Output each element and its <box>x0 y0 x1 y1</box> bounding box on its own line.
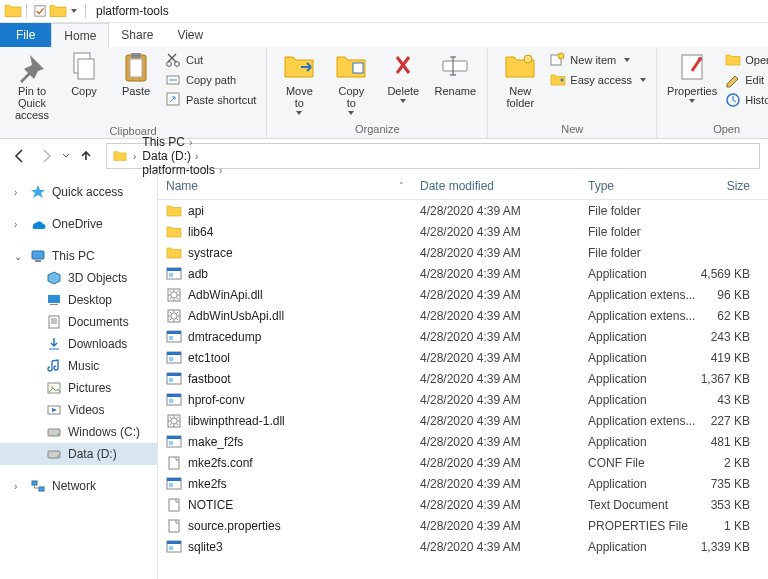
move-to-button[interactable]: Moveto <box>273 49 325 117</box>
copy-path-button[interactable]: Copy path <box>162 71 260 89</box>
properties-button[interactable]: Properties <box>663 49 721 105</box>
file-row[interactable]: NOTICE4/28/2020 4:39 AMText Document353 … <box>158 494 768 515</box>
nav-3d-objects[interactable]: ›3D Objects <box>0 267 157 289</box>
nav-windows-c-[interactable]: ›Windows (C:) <box>0 421 157 443</box>
file-row[interactable]: dmtracedump4/28/2020 4:39 AMApplication2… <box>158 326 768 347</box>
nav-documents[interactable]: ›Documents <box>0 311 157 333</box>
history-button[interactable]: History <box>721 91 768 109</box>
nav-music[interactable]: ›Music <box>0 355 157 377</box>
3d-icon <box>46 270 62 286</box>
cut-button[interactable]: Cut <box>162 51 260 69</box>
window-title: platform-tools <box>96 4 169 18</box>
nav-downloads[interactable]: ›Downloads <box>0 333 157 355</box>
nav-forward-button[interactable] <box>34 144 58 168</box>
copy-button[interactable]: Copy <box>58 49 110 99</box>
file-type: Application extens... <box>580 414 700 428</box>
file-row[interactable]: libwinpthread-1.dll4/28/2020 4:39 AMAppl… <box>158 410 768 431</box>
file-name: sqlite3 <box>188 540 223 554</box>
column-type[interactable]: Type <box>580 179 700 193</box>
easy-access-button[interactable]: Easy access <box>546 71 650 89</box>
tab-view[interactable]: View <box>165 23 215 47</box>
easy-access-icon <box>550 72 566 88</box>
file-row[interactable]: systrace4/28/2020 4:39 AMFile folder <box>158 242 768 263</box>
vids-icon <box>46 402 62 418</box>
file-type: Application <box>580 477 700 491</box>
file-row[interactable]: AdbWinUsbApi.dll4/28/2020 4:39 AMApplica… <box>158 305 768 326</box>
column-size[interactable]: Size <box>700 179 758 193</box>
disk-icon <box>46 446 62 462</box>
pin-to-quick-access-button[interactable]: Pin to Quickaccess <box>6 49 58 123</box>
column-date[interactable]: Date modified <box>412 179 580 193</box>
file-size: 62 KB <box>700 309 758 323</box>
file-row[interactable]: hprof-conv4/28/2020 4:39 AMApplication43… <box>158 389 768 410</box>
file-row[interactable]: mke2fs4/28/2020 4:39 AMApplication735 KB <box>158 473 768 494</box>
file-row[interactable]: etc1tool4/28/2020 4:39 AMApplication419 … <box>158 347 768 368</box>
file-type: File folder <box>580 246 700 260</box>
file-row[interactable]: mke2fs.conf4/28/2020 4:39 AMCONF File2 K… <box>158 452 768 473</box>
file-row[interactable]: lib644/28/2020 4:39 AMFile folder <box>158 221 768 242</box>
file-row[interactable]: sqlite34/28/2020 4:39 AMApplication1,339… <box>158 536 768 557</box>
new-item-button[interactable]: New item <box>546 51 650 69</box>
file-name: lib64 <box>188 225 213 239</box>
nav-network[interactable]: › Network <box>0 475 157 497</box>
file-size: 419 KB <box>700 351 758 365</box>
nav-recent-dropdown[interactable] <box>60 144 72 168</box>
tab-share[interactable]: Share <box>109 23 165 47</box>
nav-onedrive[interactable]: › OneDrive <box>0 213 157 235</box>
rename-button[interactable]: Rename <box>429 49 481 99</box>
file-row[interactable]: fastboot4/28/2020 4:39 AMApplication1,36… <box>158 368 768 389</box>
crumb-this-pc[interactable]: This PC› <box>140 135 224 149</box>
file-size: 43 KB <box>700 393 758 407</box>
address-bar[interactable]: › This PC›Data (D:)›platform-tools› <box>106 143 760 169</box>
file-type: Text Document <box>580 498 700 512</box>
open-icon <box>725 52 741 68</box>
nav-up-button[interactable] <box>74 144 98 168</box>
column-name[interactable]: Name ˄ <box>158 179 412 193</box>
file-row[interactable]: api4/28/2020 4:39 AMFile folder <box>158 200 768 221</box>
file-date: 4/28/2020 4:39 AM <box>412 519 580 533</box>
file-date: 4/28/2020 4:39 AM <box>412 414 580 428</box>
down-icon <box>46 336 62 352</box>
file-row[interactable]: source.properties4/28/2020 4:39 AMPROPER… <box>158 515 768 536</box>
file-type: Application <box>580 540 700 554</box>
open-button[interactable]: Open <box>721 51 768 69</box>
file-row[interactable]: make_f2fs4/28/2020 4:39 AMApplication481… <box>158 431 768 452</box>
file-name: fastboot <box>188 372 231 386</box>
exe-icon <box>166 392 182 408</box>
star-icon <box>30 184 46 200</box>
svg-rect-36 <box>35 6 45 16</box>
new-folder-button[interactable]: Newfolder <box>494 49 546 111</box>
nav-videos[interactable]: ›Videos <box>0 399 157 421</box>
exe-icon <box>166 539 182 555</box>
file-row[interactable]: adb4/28/2020 4:39 AMApplication4,569 KB <box>158 263 768 284</box>
delete-button[interactable]: Delete <box>377 49 429 105</box>
file-name: mke2fs.conf <box>188 456 253 470</box>
file-type: CONF File <box>580 456 700 470</box>
ribbon-tabs: File Home Share View <box>0 23 768 47</box>
nav-pictures[interactable]: ›Pictures <box>0 377 157 399</box>
tab-home[interactable]: Home <box>51 23 109 48</box>
paste-shortcut-button[interactable]: Paste shortcut <box>162 91 260 109</box>
file-size: 1,339 KB <box>700 540 758 554</box>
nav-data-d-[interactable]: ›Data (D:) <box>0 443 157 465</box>
nav-bar: › This PC›Data (D:)›platform-tools› <box>0 139 768 173</box>
nav-quick-access[interactable]: › Quick access <box>0 181 157 203</box>
qat-dropdown[interactable] <box>71 9 77 13</box>
file-date: 4/28/2020 4:39 AM <box>412 393 580 407</box>
qat-checkbox-icon[interactable] <box>31 2 49 20</box>
tab-file[interactable]: File <box>0 23 51 47</box>
paste-button[interactable]: Paste <box>110 49 162 99</box>
crumb-data-d-[interactable]: Data (D:)› <box>140 149 224 163</box>
copy-to-button[interactable]: Copyto <box>325 49 377 117</box>
file-type: Application <box>580 393 700 407</box>
file-row[interactable]: AdbWinApi.dll4/28/2020 4:39 AMApplicatio… <box>158 284 768 305</box>
folder-icon <box>166 224 182 240</box>
qat-folder-icon[interactable] <box>49 2 67 20</box>
crumb-root-chevron[interactable]: › <box>131 151 138 162</box>
file-date: 4/28/2020 4:39 AM <box>412 204 580 218</box>
edit-button[interactable]: Edit <box>721 71 768 89</box>
nav-back-button[interactable] <box>8 144 32 168</box>
nav-desktop[interactable]: ›Desktop <box>0 289 157 311</box>
disk-icon <box>46 424 62 440</box>
nav-this-pc[interactable]: ⌄ This PC <box>0 245 157 267</box>
